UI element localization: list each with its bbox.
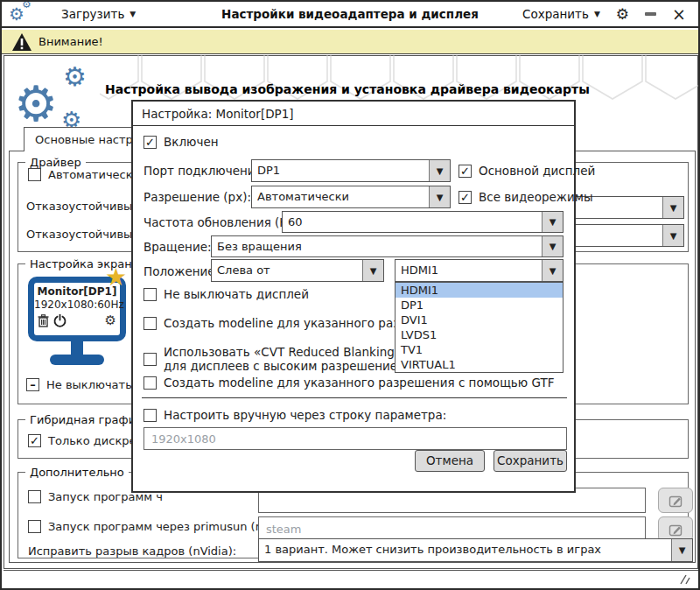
warning-text: Внимание! — [38, 35, 103, 48]
checkbox-unchecked[interactable] — [144, 317, 157, 330]
warning-icon — [12, 33, 32, 51]
combo-arrow-button[interactable]: ▼ — [362, 260, 383, 281]
combo-arrow-button[interactable]: ▼ — [662, 197, 683, 218]
save-button[interactable]: Сохранить — [494, 450, 567, 472]
title-bar: ⚙ ⚙ Настройки видеоадаптера и дисплея За… — [2, 2, 698, 28]
close-button[interactable]: × — [672, 6, 686, 23]
check-icon: ✓ — [460, 192, 470, 203]
checkbox-checked[interactable]: ✓ — [144, 136, 157, 149]
refresh-label: Частота обновления (Hz): — [144, 215, 303, 229]
chevron-down-icon: ▼ — [670, 203, 677, 213]
monitor-mode: 1920x1080:60Hz — [34, 299, 120, 311]
combo-value: HDMI1 — [396, 260, 542, 281]
dlg-keep-display-label: Не выключать дисплей — [164, 287, 309, 301]
check-icon: ✓ — [460, 165, 470, 177]
resolution-label: Разрешение (px): — [144, 190, 251, 204]
chevron-down-icon: ▼ — [670, 231, 677, 241]
checkbox-unchecked[interactable] — [144, 353, 157, 366]
gtf-checkbox[interactable]: Создать modeline для указанного разрешен… — [144, 376, 554, 390]
checkbox-checked[interactable]: ✓ — [28, 434, 41, 447]
power-icon[interactable] — [53, 314, 66, 327]
warning-banner: Внимание! — [2, 30, 698, 54]
monitor-settings-gear-icon[interactable]: ⚙ — [105, 313, 116, 328]
enabled-checkbox[interactable]: ✓ Включен — [144, 135, 219, 149]
relative-display-dropdown-list[interactable]: HDMI1DP1DVI1LVDS1TV1VIRTUAL1 — [395, 282, 564, 373]
monitor-settings-dialog: Настройка: Monitor[DP1] ✓ Включен Порт п… — [131, 100, 576, 493]
run-programs-input-2[interactable] — [258, 516, 646, 541]
cvt-checkbox[interactable]: Использовать «CVT Reduced Blanking» умен… — [144, 345, 437, 373]
combo-value: Автоматически — [252, 186, 429, 207]
rotation-combo[interactable]: Без вращения ▼ — [211, 235, 564, 257]
load-menu-button[interactable]: Загрузить ▼ — [54, 4, 143, 24]
primary-display-label: Основной дисплей — [479, 164, 595, 178]
minus-icon: – — [30, 379, 36, 390]
manual-label: Настроить вручную через строку параметра… — [164, 408, 446, 422]
save-menu-label: Сохранить — [522, 7, 589, 21]
trash-icon[interactable] — [38, 314, 49, 327]
resolution-combo[interactable]: Автоматически ▼ — [251, 186, 451, 208]
chevron-down-icon: ▼ — [550, 266, 556, 276]
chevron-down-icon: ▼ — [370, 266, 377, 276]
combo-value: DP1 — [252, 160, 429, 181]
combo-arrow-button[interactable]: ▼ — [429, 160, 450, 181]
status-bar — [4, 570, 698, 588]
gtf-label: Создать modeline для указанного разрешен… — [164, 376, 554, 390]
checkbox-unchecked[interactable] — [144, 376, 157, 390]
checkbox-indeterminate[interactable]: – — [26, 378, 39, 391]
all-modes-checkbox[interactable]: ✓ Все видеорежимы — [458, 190, 593, 204]
check-icon: ✓ — [30, 435, 39, 446]
dropdown-option[interactable]: DVI1 — [396, 313, 563, 327]
pencil-icon — [668, 494, 682, 508]
checkbox-checked[interactable]: ✓ — [458, 165, 472, 178]
combo-arrow-button[interactable]: ▼ — [662, 225, 683, 246]
refresh-combo[interactable]: 60 ▼ — [282, 211, 564, 233]
gear-icon: ⚙ — [63, 61, 87, 92]
chevron-down-icon: ▼ — [594, 10, 600, 18]
combo-arrow-button[interactable]: ▼ — [542, 236, 563, 256]
combo-value: 60 — [283, 212, 542, 232]
resize-grip[interactable] — [676, 573, 691, 585]
load-menu-label: Загрузить — [61, 7, 124, 21]
dropdown-option[interactable]: DP1 — [396, 298, 563, 313]
combo-arrow-button[interactable]: ▼ — [671, 539, 692, 561]
position-combo[interactable]: Слева от ▼ — [211, 259, 384, 282]
chevron-down-icon: ▼ — [550, 242, 556, 251]
combo-arrow-button[interactable]: ▼ — [542, 212, 563, 232]
page-title: Настройка вывода изображения и установка… — [105, 82, 590, 96]
edit-button-1[interactable] — [658, 488, 693, 513]
checkbox-unchecked[interactable] — [28, 168, 41, 181]
primary-display-checkbox[interactable]: ✓ Основной дисплей — [458, 164, 595, 178]
combo-arrow-button[interactable]: ▼ — [542, 260, 563, 281]
minimize-button[interactable] — [645, 12, 656, 16]
dropdown-option[interactable]: TV1 — [396, 342, 563, 357]
dropdown-option[interactable]: HDMI1 — [396, 283, 563, 298]
save-menu-button[interactable]: Сохранить ▼ — [515, 4, 600, 24]
checkbox-checked[interactable]: ✓ — [458, 191, 472, 204]
dropdown-option[interactable]: LVDS1 — [396, 327, 563, 342]
dialog-title: Настройка: Monitor[DP1] — [133, 102, 574, 126]
port-label: Порт подключения: — [144, 164, 266, 178]
tear-fix-combo[interactable]: 1 вариант. Может снизить производительно… — [258, 538, 693, 562]
gear-icon: ⚙ — [14, 75, 58, 132]
dropdown-option[interactable]: VIRTUAL1 — [396, 357, 563, 372]
manual-checkbox[interactable]: Настроить вручную через строку параметра… — [144, 408, 446, 422]
dlg-keep-display-checkbox[interactable]: Не выключать дисплей — [144, 287, 309, 301]
position-label: Положение: — [144, 264, 219, 278]
checkbox-unchecked[interactable] — [144, 409, 157, 422]
port-combo[interactable]: DP1 ▼ — [251, 159, 451, 182]
checkbox-unchecked[interactable] — [28, 490, 41, 503]
combo-arrow-button[interactable]: ▼ — [429, 186, 450, 207]
settings-gear-icon[interactable]: ⚙ — [616, 5, 629, 23]
app-window: ⚙ ⚙ Настройки видеоадаптера и дисплея За… — [0, 0, 700, 590]
combo-value: 1 вариант. Может снизить производительно… — [259, 539, 671, 561]
divider — [142, 397, 567, 398]
enabled-label: Включен — [164, 135, 219, 149]
cancel-button[interactable]: Отмена — [415, 450, 485, 472]
relative-display-combo[interactable]: HDMI1 ▼ — [395, 259, 564, 282]
extra-group-legend: Дополнительно — [25, 466, 129, 479]
manual-param-input[interactable] — [144, 427, 567, 450]
chevron-down-icon: ▼ — [679, 545, 686, 555]
rotation-label: Вращение: — [144, 240, 212, 254]
checkbox-unchecked[interactable] — [28, 520, 41, 533]
checkbox-unchecked[interactable] — [144, 288, 157, 301]
